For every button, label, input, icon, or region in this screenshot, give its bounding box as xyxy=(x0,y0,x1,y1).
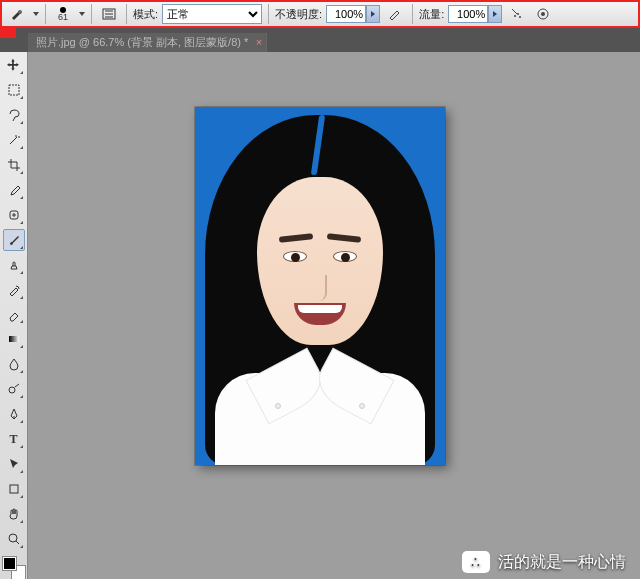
eyedropper-tool[interactable] xyxy=(3,179,25,201)
watermark-text: 活的就是一种心情 xyxy=(498,552,626,573)
flow-flyout-button[interactable] xyxy=(488,5,502,23)
svg-point-10 xyxy=(9,387,15,393)
svg-point-4 xyxy=(519,16,521,18)
svg-rect-11 xyxy=(10,485,18,493)
brush-preset-button[interactable]: 61 xyxy=(52,3,74,25)
svg-point-3 xyxy=(517,13,519,15)
clone-stamp-tool[interactable] xyxy=(3,254,25,276)
opacity-label: 不透明度: xyxy=(275,7,322,22)
svg-point-12 xyxy=(9,534,17,542)
brush-preset-caret-icon[interactable] xyxy=(79,12,85,16)
path-select-tool[interactable] xyxy=(3,453,25,475)
color-swatches[interactable] xyxy=(3,557,25,579)
zoom-tool[interactable] xyxy=(3,528,25,550)
blur-tool[interactable] xyxy=(3,353,25,375)
document-tabs: 照片.jpg @ 66.7% (背景 副本, 图层蒙版/8) * × xyxy=(28,32,267,52)
magic-wand-tool[interactable] xyxy=(3,129,25,151)
opacity-pressure-button[interactable] xyxy=(384,3,406,25)
document-canvas[interactable] xyxy=(195,107,445,465)
brush-tool[interactable] xyxy=(3,229,25,251)
divider xyxy=(126,4,127,24)
document-tab-title: 照片.jpg @ 66.7% (背景 副本, 图层蒙版/8) * xyxy=(36,36,248,48)
flow-input[interactable] xyxy=(448,5,488,23)
healing-brush-tool[interactable] xyxy=(3,204,25,226)
divider xyxy=(268,4,269,24)
close-tab-icon[interactable]: × xyxy=(256,36,262,48)
wechat-icon: ∴ xyxy=(462,551,490,573)
opacity-flyout-button[interactable] xyxy=(366,5,380,23)
tool-preset-button[interactable] xyxy=(6,3,28,25)
type-tool[interactable]: T xyxy=(3,428,25,450)
marquee-tool[interactable] xyxy=(3,79,25,101)
pen-tool[interactable] xyxy=(3,403,25,425)
svg-point-6 xyxy=(541,12,545,16)
move-tool[interactable] xyxy=(3,54,25,76)
history-brush-tool[interactable] xyxy=(3,279,25,301)
opacity-input[interactable] xyxy=(326,5,366,23)
highlight-strip xyxy=(0,28,16,38)
svg-point-0 xyxy=(18,10,22,14)
airbrush-button[interactable] xyxy=(506,3,528,25)
tool-preset-caret-icon[interactable] xyxy=(33,12,39,16)
lasso-tool[interactable] xyxy=(3,104,25,126)
mode-label: 模式: xyxy=(133,7,158,22)
crop-tool[interactable] xyxy=(3,154,25,176)
options-bar: 61 模式: 正常 不透明度: 流量: xyxy=(0,0,640,28)
svg-rect-9 xyxy=(9,336,19,342)
canvas-area[interactable] xyxy=(28,52,640,579)
watermark: ∴ 活的就是一种心情 xyxy=(462,551,626,573)
divider xyxy=(91,4,92,24)
brush-panel-button[interactable] xyxy=(98,3,120,25)
document-tab[interactable]: 照片.jpg @ 66.7% (背景 副本, 图层蒙版/8) * × xyxy=(28,33,267,52)
size-pressure-button[interactable] xyxy=(532,3,554,25)
divider xyxy=(412,4,413,24)
blend-mode-select[interactable]: 正常 xyxy=(162,4,262,24)
brush-size-value: 61 xyxy=(58,13,68,22)
svg-point-2 xyxy=(514,15,516,17)
fg-swatch[interactable] xyxy=(3,557,16,570)
hand-tool[interactable] xyxy=(3,503,25,525)
portrait-shirt xyxy=(215,373,425,465)
divider xyxy=(45,4,46,24)
dodge-tool[interactable] xyxy=(3,378,25,400)
eraser-tool[interactable] xyxy=(3,304,25,326)
tool-sidebar: T xyxy=(0,52,28,579)
svg-rect-7 xyxy=(9,85,19,95)
shape-tool[interactable] xyxy=(3,478,25,500)
portrait-face xyxy=(257,177,383,345)
gradient-tool[interactable] xyxy=(3,328,25,350)
flow-label: 流量: xyxy=(419,7,444,22)
